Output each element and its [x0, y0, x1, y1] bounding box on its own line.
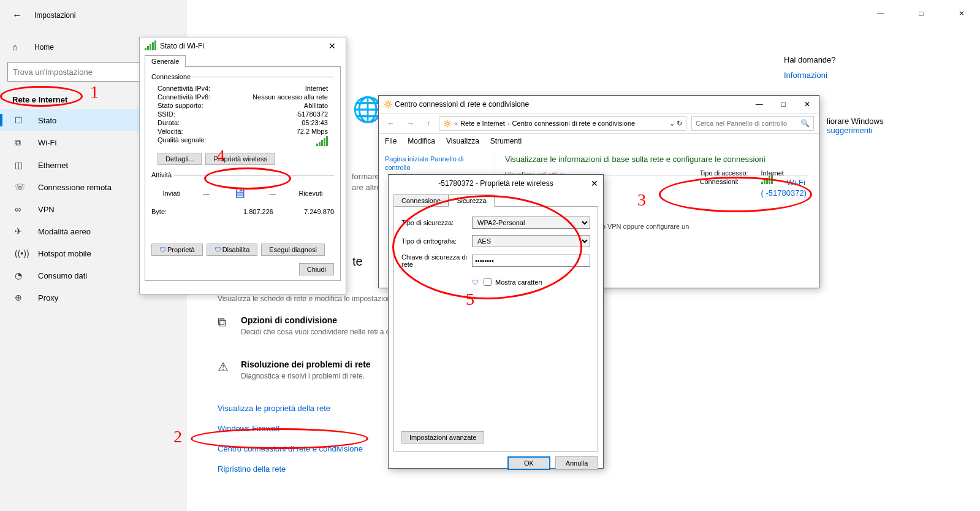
chevron-down-icon[interactable]: ⌄ ↻	[669, 120, 682, 128]
airplane-icon: ✈	[15, 226, 27, 236]
vpn-icon: ∞	[15, 204, 27, 214]
details-button[interactable]: Dettagli...	[158, 153, 202, 165]
tab-security[interactable]: Sicurezza	[449, 194, 494, 207]
disable-button[interactable]: 🛡Disabilita	[207, 244, 258, 256]
close-button[interactable]: Chiudi	[299, 263, 334, 275]
back-arrow[interactable]: ←	[12, 10, 22, 21]
close-icon[interactable]: ✕	[324, 40, 341, 52]
close-button[interactable]: ✕	[949, 5, 974, 22]
nav-label: Hotspot mobile	[38, 249, 91, 258]
label-ipv4: Connettività IPv4:	[158, 85, 231, 92]
pc-icon: 🖥	[232, 185, 247, 202]
nav-label: Modalità aereo	[38, 227, 91, 236]
arrow-icon: —	[270, 190, 276, 197]
shield-icon: 🛡	[472, 279, 479, 286]
text-fragment: are altre	[352, 183, 381, 192]
value-ipv4: Internet	[305, 85, 328, 92]
bytes-sent: 1.807.226	[243, 208, 273, 215]
label-encryption-type: Tipo di crittografia:	[401, 237, 472, 245]
nav-label: Consumo dati	[38, 271, 87, 280]
hotspot-icon: ((•))	[15, 248, 27, 258]
dialog-title: Stato di Wi-Fi	[160, 42, 204, 50]
text-fragment: formare	[352, 172, 379, 181]
nav-fwd[interactable]: →	[403, 118, 418, 129]
select-encryption-type[interactable]: AES	[472, 235, 590, 247]
wifi-signal-icon	[761, 178, 773, 187]
ok-button[interactable]: OK	[507, 456, 550, 470]
connections-label: Connessioni:	[700, 178, 755, 187]
suggestions-link[interactable]: suggerimenti	[827, 126, 872, 135]
nav-label: Wi-Fi	[38, 138, 56, 147]
properties-button[interactable]: 🛡Proprietà	[151, 244, 203, 256]
nav-label: VPN	[38, 205, 55, 214]
shield-icon: 🛡	[159, 246, 166, 253]
ethernet-icon: ◫	[15, 160, 27, 170]
label-ssid: SSID:	[158, 110, 231, 118]
wifi-link[interactable]: Wi-Fi	[787, 178, 805, 187]
data-icon: ◔	[15, 271, 27, 280]
search-box[interactable]: 🔍	[691, 116, 814, 131]
info-link[interactable]: Informazioni	[784, 71, 827, 80]
value-speed: 72.2 Mbps	[297, 128, 328, 135]
signal-bars	[316, 136, 328, 147]
nav-label: Stato	[38, 116, 56, 125]
sharing-title: Opzioni di condivisione	[241, 315, 407, 325]
close-button[interactable]: ✕	[800, 99, 814, 110]
advanced-button[interactable]: Impostazioni avanzate	[401, 431, 484, 444]
improve-text: liorare Windows	[827, 117, 943, 126]
nav-up[interactable]: ↑	[423, 118, 434, 129]
menu-modifica[interactable]: Modifica	[408, 137, 435, 145]
breadcrumb-root[interactable]: Rete e Internet	[460, 120, 505, 127]
wireless-props-button[interactable]: Proprietà wireless	[205, 153, 275, 165]
value-support: Abilitato	[304, 102, 328, 109]
nc-heading: Visualizzare le informazioni di base sul…	[505, 155, 809, 164]
checkbox-show-chars[interactable]	[484, 278, 492, 286]
troubleshoot-title: Risoluzione dei problemi di rete	[241, 359, 371, 369]
wifi-ssid-link[interactable]: ( -51780372)	[761, 188, 807, 198]
input-network-key[interactable]	[472, 255, 590, 267]
label-support: Stato supporto:	[158, 102, 231, 109]
access-type-label: Tipo di accesso:	[700, 169, 755, 177]
sharing-sub: Decidi che cosa vuoi condividere nelle r…	[241, 328, 407, 336]
signal-icon	[145, 40, 156, 52]
help-question: Hai domande?	[784, 55, 943, 64]
label-bytes: Byte:	[151, 208, 225, 215]
breadcrumb[interactable]: 🔆 « Rete e Internet › Centro connessioni…	[439, 116, 686, 131]
menu-strumenti[interactable]: Strumenti	[490, 137, 522, 145]
value-ssid: -51780372	[295, 110, 328, 118]
minimize-button[interactable]: —	[868, 5, 893, 22]
nav-back[interactable]: ←	[384, 118, 398, 129]
wireless-props-dialog: -51780372 - Proprietà rete wireless ✕ Co…	[388, 174, 604, 469]
menu-file[interactable]: File	[385, 137, 397, 145]
bytes-recv: 7.249.870	[304, 208, 334, 215]
search-field[interactable]	[696, 120, 800, 127]
tab-general[interactable]: Generale	[145, 55, 186, 67]
label-ipv6: Connettività IPv6:	[158, 93, 231, 101]
label-duration: Durata:	[158, 119, 231, 126]
cancel-button[interactable]: Annulla	[555, 456, 598, 470]
label-recv: Ricevuti	[298, 190, 322, 197]
tab-connection[interactable]: Connessione	[393, 194, 449, 207]
warning-icon: ⚠	[218, 359, 232, 374]
dialup-icon: ☏	[15, 182, 27, 192]
label-signal: Qualità segnale:	[158, 136, 231, 147]
nav-label: Ethernet	[38, 161, 68, 170]
value-duration: 05:23:43	[302, 119, 328, 126]
nav-label: Proxy	[38, 293, 58, 302]
label-sent: Inviati	[162, 190, 180, 197]
menu-visualizza[interactable]: Visualizza	[446, 137, 479, 145]
wifi-icon: ⧉	[15, 137, 27, 148]
maximize-button[interactable]: □	[778, 99, 789, 110]
breadcrumb-page[interactable]: Centro connessioni di rete e condivision…	[512, 120, 636, 127]
wifi-status-dialog: Stato di Wi-Fi ✕ Generale Connessione Co…	[139, 37, 346, 294]
close-icon[interactable]: ✕	[591, 179, 598, 188]
label-security-type: Tipo di sicurezza:	[401, 219, 472, 226]
maximize-button[interactable]: □	[909, 5, 933, 22]
network-icon: 🔆	[384, 100, 393, 109]
diagnose-button[interactable]: Esegui diagnosi	[261, 244, 325, 256]
control-panel-home-link[interactable]: Pagina iniziale Pannello di controllo	[385, 155, 463, 171]
select-security-type[interactable]: WPA2-Personal	[472, 217, 590, 229]
home-icon: ⌂	[12, 42, 25, 52]
minimize-button[interactable]: —	[752, 99, 767, 110]
status-icon: ☐	[15, 115, 27, 125]
